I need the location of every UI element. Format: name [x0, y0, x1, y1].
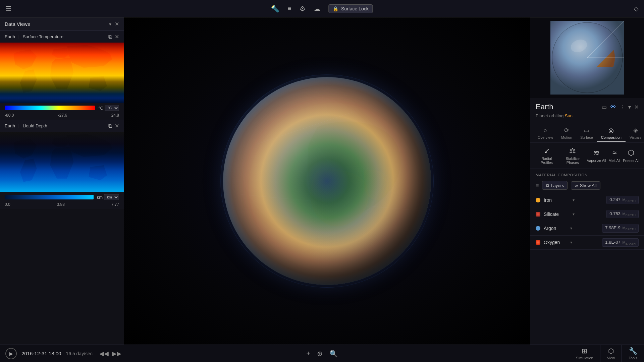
flashlight-icon[interactable]: 🔦	[271, 5, 279, 13]
oxygen-chevron[interactable]: ▾	[570, 240, 572, 245]
temp-unit: °C °C °F K	[98, 105, 119, 111]
play-button[interactable]: ▶	[5, 348, 17, 359]
view-icon: ⬡	[608, 347, 614, 355]
planet-preview	[530, 17, 644, 98]
surface-temp-map	[0, 43, 124, 103]
top-bar-right: ◇	[634, 5, 639, 12]
simulation-label: Simulation	[576, 356, 593, 360]
tab-surface[interactable]: ▭ Surface	[576, 125, 597, 142]
time-display: 2016-12-31 18:00	[21, 351, 61, 356]
depth-min: 0.0	[5, 202, 10, 207]
bottom-bar: ▶ 2016-12-31 18:00 16.5 day/sec ◀◀ ▶▶ + …	[0, 345, 644, 362]
tab-motion[interactable]: ⟳ Motion	[557, 125, 576, 142]
chevron-down-icon[interactable]: ▾	[109, 21, 111, 27]
planet-info-header: Earth ▭ 👁 ⋮ ▾ ✕	[536, 103, 639, 111]
add-button[interactable]: +	[306, 350, 310, 357]
globe-container[interactable]	[223, 77, 431, 285]
iron-value: 0.247	[609, 197, 621, 202]
silicate-chevron[interactable]: ▾	[573, 212, 575, 217]
tab-composition[interactable]: ◎ Composition	[597, 125, 626, 142]
center-globe-area[interactable]	[124, 17, 530, 345]
surface-temp-actions: ⧉ ✕	[108, 34, 119, 40]
layers-controls: ≡ ⧉ Layers ∞ Show All	[530, 180, 644, 193]
close-card-2-button[interactable]: ✕	[115, 123, 119, 129]
layers-button[interactable]: ⧉ Layers	[542, 181, 568, 190]
tab-visuals[interactable]: ◈ Visuals	[626, 125, 644, 142]
close-right-panel-button[interactable]: ✕	[634, 104, 639, 110]
wrench-icon: 🔧	[629, 347, 637, 355]
globe[interactable]	[223, 77, 431, 285]
tab-overview[interactable]: ○ Overview	[534, 125, 557, 142]
play-icon: ▶	[9, 351, 13, 356]
more-options-icon[interactable]: ⋮	[620, 104, 625, 110]
oxygen-value: 1.8E-07	[605, 240, 621, 245]
material-composition-title: MATERIAL COMPOSITION	[530, 169, 644, 180]
oxygen-dot	[536, 240, 540, 245]
bottom-center-tools: + ⊕ 🔍	[306, 350, 338, 358]
surface-icon: ▭	[584, 127, 589, 134]
close-panel-button[interactable]: ✕	[115, 21, 119, 27]
sun-link[interactable]: Sun	[565, 113, 573, 118]
transport-controls: ◀◀ ▶▶	[99, 350, 121, 357]
depth-max: 7.77	[111, 202, 119, 207]
target-icon[interactable]: ⊕	[317, 350, 323, 358]
speed-display: 16.5 day/sec	[66, 351, 92, 356]
simulation-icon: ⊞	[582, 347, 587, 355]
visibility-icon[interactable]: 👁	[610, 104, 616, 111]
right-panel: Earth ▭ 👁 ⋮ ▾ ✕ Planet orbiting Sun ○ Ov…	[530, 17, 644, 345]
rewind-button[interactable]: ◀◀	[99, 350, 109, 357]
temp-gradient	[5, 106, 95, 110]
radial-profiles-icon: ↙	[544, 146, 550, 155]
argon-chevron[interactable]: ▾	[570, 226, 572, 231]
info-rectangle-icon[interactable]: ▭	[602, 104, 607, 110]
simulation-tool[interactable]: ⊞ Simulation	[569, 345, 600, 362]
view-tool[interactable]: ⬡ View	[600, 345, 622, 362]
fast-forward-button[interactable]: ▶▶	[112, 350, 121, 357]
depth-mid: 3.88	[57, 202, 64, 207]
layers-stack-icon[interactable]: ⧉	[108, 34, 112, 40]
filter-icon[interactable]: ≡	[536, 182, 539, 188]
melt-all-button[interactable]: ≈ Melt All	[608, 148, 620, 163]
tools-label: Tools	[629, 356, 637, 360]
iron-label: Iron	[544, 197, 569, 203]
menu-icon[interactable]: ☰	[5, 5, 11, 13]
close-card-button[interactable]: ✕	[115, 34, 119, 40]
argon-value-box: 7.98E-9 MEARTH	[602, 224, 639, 232]
diamond-icon[interactable]: ◇	[634, 5, 639, 12]
vaporize-all-button[interactable]: ≋ Vaporize All	[587, 148, 606, 163]
temp-scale-values: -80.0 -27.6 24.8	[0, 113, 124, 120]
surface-temp-header: Earth | Surface Temperature ⧉ ✕	[0, 31, 124, 43]
tools-tool[interactable]: 🔧 Tools	[622, 345, 644, 362]
depth-continent-overlay	[0, 132, 124, 192]
depth-scale-bar: km km m	[0, 192, 124, 202]
liquid-depth-planet: Earth | Liquid Depth	[5, 123, 47, 128]
temp-unit-select[interactable]: °C °F K	[105, 105, 119, 111]
continent-overlay	[0, 43, 124, 103]
oxygen-label: Oxygen	[544, 240, 567, 245]
planet-info: Earth ▭ 👁 ⋮ ▾ ✕ Planet orbiting Sun	[530, 98, 644, 121]
stabilize-phases-button[interactable]: ⚖ Stabilize Phases	[561, 146, 584, 165]
iron-chevron[interactable]: ▾	[573, 198, 575, 202]
freeze-all-button[interactable]: ⬡ Freeze All	[623, 148, 639, 163]
layers-icon[interactable]: ≡	[287, 5, 291, 12]
depth-scale-values: 0.0 3.88 7.77	[0, 202, 124, 209]
surface-temp-visualization	[0, 43, 124, 103]
main-area: Data Views ▾ ✕ Earth | Surface Temperatu…	[0, 17, 644, 345]
material-argon-row: Argon ▾ 7.98E-9 MEARTH	[530, 221, 644, 235]
expand-icon[interactable]: ▾	[628, 104, 631, 110]
settings-icon[interactable]: ⚙	[300, 5, 306, 13]
search-button[interactable]: 🔍	[329, 350, 338, 358]
layers-stack-icon-2[interactable]: ⧉	[108, 123, 112, 129]
planet-subtitle: Planet orbiting Sun	[536, 113, 639, 118]
cloud-icon[interactable]: ☁	[314, 5, 320, 13]
temp-scale-bar: °C °C °F K	[0, 103, 124, 113]
speed-value: 16.5	[66, 351, 75, 356]
argon-label: Argon	[544, 226, 567, 231]
radial-profiles-button[interactable]: ↙ Radial Profiles	[535, 146, 558, 165]
show-all-button[interactable]: ∞ Show All	[571, 181, 600, 190]
silicate-value-box: 0.753 MEARTH	[606, 210, 639, 218]
visuals-icon: ◈	[633, 127, 638, 134]
surface-lock-label: Surface Lock	[341, 6, 369, 11]
depth-unit-select[interactable]: km m	[104, 194, 119, 200]
surface-lock-button[interactable]: 🔒 Surface Lock	[328, 4, 373, 13]
